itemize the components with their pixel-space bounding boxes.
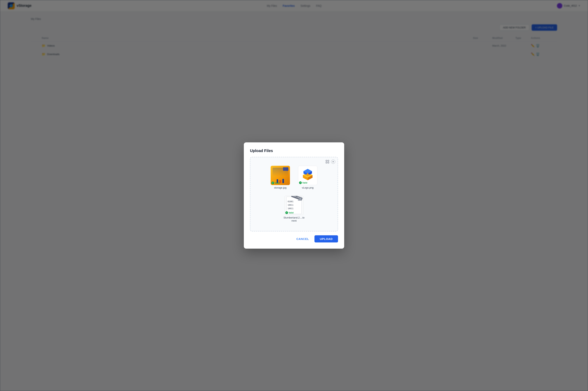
file-thumbnail-vlogo: ✓ Valid: [298, 166, 317, 185]
svg-rect-3: [328, 162, 329, 163]
valid-badge-torrent: ✓ Valid: [285, 211, 294, 214]
valid-badge-storage: ✓ Valid: [271, 182, 280, 184]
svg-rect-2: [326, 162, 327, 163]
valid-check-icon-2: ✓: [299, 181, 302, 184]
valid-badge-vlogo: ✓ Valid: [299, 181, 307, 184]
file-item: DATA STREAM 010011001110011 ✓ Valid Slum…: [283, 196, 305, 223]
close-dropzone-icon[interactable]: ✕: [331, 160, 335, 164]
file-name-storage: storage.jpg: [274, 186, 287, 190]
dropzone-controls: ✕: [325, 160, 335, 164]
valid-check-icon: ✓: [271, 182, 274, 184]
svg-rect-1: [328, 160, 329, 161]
modal-footer: CANCEL UPLOAD: [250, 235, 338, 242]
file-thumbnail-storage: ✓ Valid: [271, 166, 290, 185]
svg-rect-0: [326, 160, 327, 161]
modal-overlay: Upload Files ✕: [0, 0, 588, 391]
grid-view-icon[interactable]: [325, 160, 330, 164]
file-item: ✓ Valid vLogo.png: [297, 166, 318, 190]
file-item: ✓ Valid storage.jpg: [270, 166, 291, 190]
file-name-torrent: Slumberland.2....torrent: [283, 216, 305, 223]
modal-title: Upload Files: [250, 149, 338, 153]
svg-rect-11: [306, 174, 310, 175]
file-thumbnail-torrent: DATA STREAM 010011001110011 ✓ Valid: [284, 196, 304, 215]
valid-check-icon-3: ✓: [285, 211, 288, 214]
file-name-vlogo: vLogo.png: [302, 186, 314, 190]
files-grid: ✓ Valid storage.jpg: [255, 162, 333, 227]
upload-button[interactable]: UPLOAD: [314, 235, 338, 242]
cancel-button[interactable]: CANCEL: [293, 235, 312, 242]
upload-modal: Upload Files ✕: [244, 142, 344, 249]
drop-zone[interactable]: ✕: [250, 157, 338, 232]
